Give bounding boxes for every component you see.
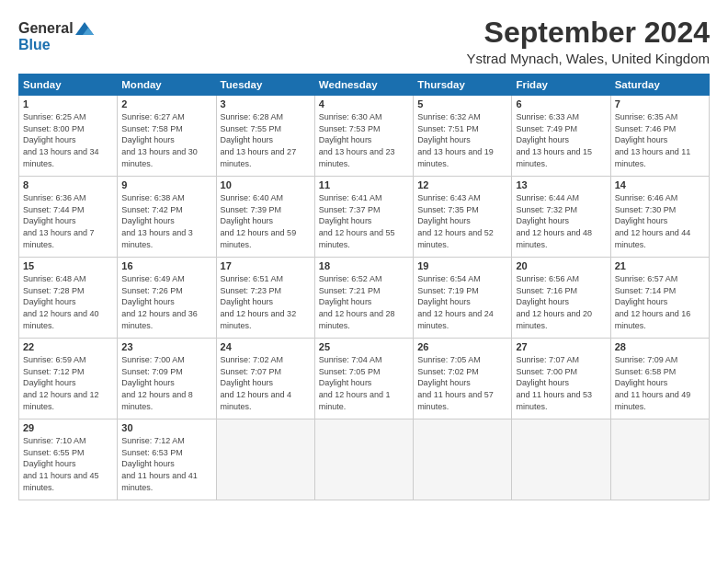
daylight-info: Daylight hours <box>516 134 606 146</box>
sunset-info: Sunset: 7:39 PM <box>221 204 311 216</box>
calendar-cell: 5 Sunrise: 6:32 AM Sunset: 7:51 PM Dayli… <box>414 96 512 177</box>
weekday-header-row: Sunday Monday Tuesday Wednesday Thursday… <box>19 75 710 96</box>
daylight-info: Daylight hours <box>121 134 211 146</box>
daylight-duration: and 12 hours and 48 minutes. <box>516 227 606 250</box>
daylight-info: Daylight hours <box>516 296 606 308</box>
sunrise-info: Sunrise: 6:40 AM <box>221 192 311 204</box>
sunset-info: Sunset: 7:32 PM <box>516 204 606 216</box>
calendar-cell: 12 Sunrise: 6:43 AM Sunset: 7:35 PM Dayl… <box>414 177 512 258</box>
calendar-cell: 23 Sunrise: 7:00 AM Sunset: 7:09 PM Dayl… <box>118 339 216 419</box>
daylight-duration: and 13 hours and 19 minutes. <box>417 146 507 169</box>
day-number: 18 <box>319 260 409 271</box>
calendar-cell: 24 Sunrise: 7:02 AM Sunset: 7:07 PM Dayl… <box>216 339 314 419</box>
sunrise-info: Sunrise: 6:28 AM <box>221 111 311 123</box>
daylight-info: Daylight hours <box>23 215 113 227</box>
daylight-info: Daylight hours <box>319 215 409 227</box>
daylight-duration: and 13 hours and 30 minutes. <box>121 146 211 169</box>
daylight-info: Daylight hours <box>23 296 113 308</box>
daylight-info: Daylight hours <box>615 215 705 227</box>
sunset-info: Sunset: 7:28 PM <box>23 285 113 297</box>
calendar-cell: 6 Sunrise: 6:33 AM Sunset: 7:49 PM Dayli… <box>512 96 610 177</box>
daylight-info: Daylight hours <box>221 215 311 227</box>
day-number: 27 <box>516 341 606 352</box>
day-number: 29 <box>23 422 113 433</box>
daylight-duration: and 12 hours and 20 minutes. <box>516 308 606 331</box>
calendar-cell: 4 Sunrise: 6:30 AM Sunset: 7:53 PM Dayli… <box>314 96 413 177</box>
sunrise-info: Sunrise: 6:57 AM <box>615 273 705 285</box>
sunset-info: Sunset: 7:42 PM <box>121 204 211 216</box>
day-number: 4 <box>319 98 409 109</box>
daylight-info: Daylight hours <box>615 296 705 308</box>
day-number: 15 <box>23 260 113 271</box>
daylight-info: Daylight hours <box>319 296 409 308</box>
day-number: 17 <box>221 260 311 271</box>
daylight-info: Daylight hours <box>417 296 507 308</box>
calendar-cell: 14 Sunrise: 6:46 AM Sunset: 7:30 PM Dayl… <box>610 177 709 258</box>
day-number: 1 <box>23 98 113 109</box>
sunset-info: Sunset: 7:49 PM <box>516 123 606 135</box>
title-area: September 2024 Ystrad Mynach, Wales, Uni… <box>466 17 710 66</box>
calendar-cell: 9 Sunrise: 6:38 AM Sunset: 7:42 PM Dayli… <box>118 177 216 258</box>
sunset-info: Sunset: 7:07 PM <box>221 366 311 378</box>
daylight-info: Daylight hours <box>319 134 409 146</box>
calendar-cell: 22 Sunrise: 6:59 AM Sunset: 7:12 PM Dayl… <box>19 339 118 419</box>
sunset-info: Sunset: 7:53 PM <box>319 123 409 135</box>
daylight-duration: and 12 hours and 28 minutes. <box>319 308 409 331</box>
sunrise-info: Sunrise: 6:46 AM <box>615 192 705 204</box>
sunrise-info: Sunrise: 6:51 AM <box>221 273 311 285</box>
header-thursday: Thursday <box>414 75 512 96</box>
day-number: 7 <box>615 98 705 109</box>
sunset-info: Sunset: 7:05 PM <box>319 366 409 378</box>
daylight-duration: and 12 hours and 36 minutes. <box>121 308 211 331</box>
calendar-cell <box>314 419 413 500</box>
daylight-duration: and 11 hours and 49 minutes. <box>615 389 705 412</box>
day-number: 2 <box>121 98 211 109</box>
daylight-duration: and 13 hours and 27 minutes. <box>221 146 311 169</box>
day-number: 3 <box>221 98 311 109</box>
sunrise-info: Sunrise: 6:43 AM <box>417 192 507 204</box>
sunrise-info: Sunrise: 6:52 AM <box>319 273 409 285</box>
daylight-info: Daylight hours <box>516 215 606 227</box>
calendar-cell: 26 Sunrise: 7:05 AM Sunset: 7:02 PM Dayl… <box>414 339 512 419</box>
calendar-cell <box>216 419 314 500</box>
sunrise-info: Sunrise: 7:10 AM <box>23 435 113 447</box>
daylight-duration: and 12 hours and 16 minutes. <box>615 308 705 331</box>
calendar-cell: 27 Sunrise: 7:07 AM Sunset: 7:00 PM Dayl… <box>512 339 610 419</box>
daylight-duration: and 13 hours and 23 minutes. <box>319 146 409 169</box>
calendar-cell: 2 Sunrise: 6:27 AM Sunset: 7:58 PM Dayli… <box>118 96 216 177</box>
calendar-cell: 16 Sunrise: 6:49 AM Sunset: 7:26 PM Dayl… <box>118 258 216 339</box>
daylight-info: Daylight hours <box>417 215 507 227</box>
daylight-duration: and 11 hours and 53 minutes. <box>516 389 606 412</box>
daylight-duration: and 12 hours and 12 minutes. <box>23 389 113 412</box>
calendar-cell: 28 Sunrise: 7:09 AM Sunset: 6:58 PM Dayl… <box>610 339 709 419</box>
sunrise-info: Sunrise: 7:00 AM <box>121 354 211 366</box>
daylight-duration: and 12 hours and 52 minutes. <box>417 227 507 250</box>
header-monday: Monday <box>118 75 216 96</box>
sunset-info: Sunset: 7:35 PM <box>417 204 507 216</box>
calendar-cell: 10 Sunrise: 6:40 AM Sunset: 7:39 PM Dayl… <box>216 177 314 258</box>
daylight-info: Daylight hours <box>221 377 311 389</box>
calendar-week-row: 15 Sunrise: 6:48 AM Sunset: 7:28 PM Dayl… <box>19 258 710 339</box>
day-number: 26 <box>417 341 507 352</box>
daylight-duration: and 13 hours and 11 minutes. <box>615 146 705 169</box>
daylight-info: Daylight hours <box>417 134 507 146</box>
sunset-info: Sunset: 7:26 PM <box>121 285 211 297</box>
sunset-info: Sunset: 7:55 PM <box>221 123 311 135</box>
calendar-cell: 15 Sunrise: 6:48 AM Sunset: 7:28 PM Dayl… <box>19 258 118 339</box>
daylight-duration: and 11 hours and 45 minutes. <box>23 470 113 493</box>
sunset-info: Sunset: 7:16 PM <box>516 285 606 297</box>
daylight-duration: and 12 hours and 8 minutes. <box>121 389 211 412</box>
calendar-cell: 17 Sunrise: 6:51 AM Sunset: 7:23 PM Dayl… <box>216 258 314 339</box>
daylight-info: Daylight hours <box>615 134 705 146</box>
calendar-cell <box>512 419 610 500</box>
sunset-info: Sunset: 7:46 PM <box>615 123 705 135</box>
day-number: 11 <box>319 179 409 190</box>
daylight-info: Daylight hours <box>121 377 211 389</box>
calendar-cell: 18 Sunrise: 6:52 AM Sunset: 7:21 PM Dayl… <box>314 258 413 339</box>
daylight-duration: and 12 hours and 32 minutes. <box>221 308 311 331</box>
header-wednesday: Wednesday <box>314 75 413 96</box>
day-number: 14 <box>615 179 705 190</box>
day-number: 6 <box>516 98 606 109</box>
daylight-info: Daylight hours <box>221 134 311 146</box>
sunset-info: Sunset: 7:58 PM <box>121 123 211 135</box>
